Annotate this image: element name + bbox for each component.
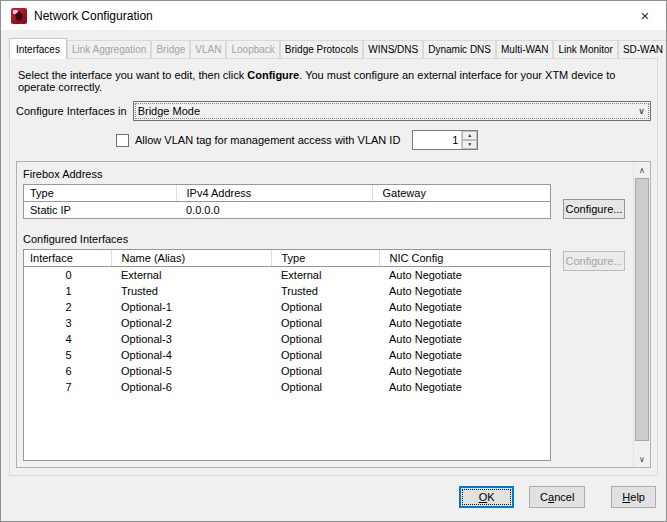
table-cell: 3 — [24, 315, 111, 331]
table-row[interactable]: 1TrustedTrustedAuto Negotiate — [24, 283, 550, 299]
tab-dynamic-dns[interactable]: Dynamic DNS — [423, 40, 496, 58]
column-header: Name (Alias) — [111, 250, 271, 267]
table-cell: Auto Negotiate — [379, 267, 550, 284]
interface-mode-value: Bridge Mode — [134, 105, 633, 117]
tab-bridge: Bridge — [151, 40, 190, 58]
table-cell: 2 — [24, 299, 111, 315]
column-header: Type — [24, 185, 176, 202]
table-cell: Auto Negotiate — [379, 283, 550, 299]
window-title: Network Configuration — [34, 9, 153, 23]
table-cell: 0.0.0.0 — [176, 202, 372, 219]
tab-bridge-protocols[interactable]: Bridge Protocols — [280, 40, 363, 58]
configure-mode-row: Configure Interfaces in Bridge Mode ∨ — [16, 101, 651, 121]
configured-interfaces-label: Configured Interfaces — [23, 233, 625, 245]
scrollbar-thumb[interactable] — [635, 178, 649, 441]
allow-vlan-tag-label: Allow VLAN tag for management access wit… — [135, 134, 400, 146]
arrow-down-icon: ▼ — [467, 142, 472, 147]
table-cell: Optional-1 — [111, 299, 271, 315]
scroll-group-content: Firebox Address TypeIPv4 AddressGateway … — [17, 162, 633, 467]
table-cell: Trusted — [271, 283, 379, 299]
table-row[interactable]: 0ExternalExternalAuto Negotiate — [24, 267, 550, 284]
interface-configure-button: Configure... — [563, 251, 625, 271]
table-cell: Optional — [271, 315, 379, 331]
table-row[interactable]: 7Optional-6OptionalAuto Negotiate — [24, 379, 550, 395]
network-configuration-dialog: Network Configuration × InterfacesLink A… — [0, 0, 667, 522]
tab-sd-wan[interactable]: SD-WAN — [618, 40, 667, 58]
cancel-button[interactable]: Cancel — [529, 486, 585, 508]
table-row[interactable]: Static IP0.0.0.0 — [24, 202, 550, 219]
interfaces-table-header: InterfaceName (Alias)TypeNIC Config — [24, 250, 550, 267]
table-cell: Optional — [271, 363, 379, 379]
tab-vlan: VLAN — [190, 40, 226, 58]
tab-link-aggregation: Link Aggregation — [67, 40, 152, 58]
table-cell: Optional — [271, 299, 379, 315]
ok-button[interactable]: OK — [459, 486, 514, 508]
table-cell: Auto Negotiate — [379, 363, 550, 379]
dialog-footer: OKCancelHelp — [1, 476, 666, 521]
interface-mode-select[interactable]: Bridge Mode ∨ — [133, 101, 651, 121]
tab-link-monitor[interactable]: Link Monitor — [553, 40, 617, 58]
tab-multi-wan[interactable]: Multi-WAN — [496, 40, 553, 58]
firebox-address-table: TypeIPv4 AddressGateway Static IP0.0.0.0 — [23, 184, 551, 219]
table-cell: 6 — [24, 363, 111, 379]
table-cell: Static IP — [24, 202, 176, 219]
allow-vlan-tag-checkbox[interactable] — [116, 134, 129, 147]
table-row[interactable]: 3Optional-2OptionalAuto Negotiate — [24, 315, 550, 331]
table-cell: Auto Negotiate — [379, 299, 550, 315]
table-cell: Auto Negotiate — [379, 315, 550, 331]
vlan-id-field[interactable]: 1 — [413, 131, 461, 149]
table-cell: 1 — [24, 283, 111, 299]
vlan-id-spinner: 1 ▲ ▼ — [412, 130, 478, 150]
scroll-up-button[interactable]: ∧ — [634, 162, 650, 178]
configure-interfaces-in-label: Configure Interfaces in — [16, 105, 127, 117]
tab-wins-dns[interactable]: WINS/DNS — [363, 40, 423, 58]
close-button[interactable]: × — [632, 4, 658, 28]
table-cell: Optional-2 — [111, 315, 271, 331]
table-cell: External — [271, 267, 379, 284]
table-cell: Optional-4 — [111, 347, 271, 363]
table-cell: External — [111, 267, 271, 284]
vlan-tag-row: Allow VLAN tag for management access wit… — [116, 130, 651, 150]
table-cell: Optional-6 — [111, 379, 271, 395]
table-row[interactable]: 6Optional-5OptionalAuto Negotiate — [24, 363, 550, 379]
column-header: Gateway — [372, 185, 550, 202]
vertical-scrollbar: ∧ ∨ — [633, 162, 650, 467]
instruction-text: Select the interface you want to edit, t… — [18, 69, 649, 93]
tab-loopback: Loopback — [226, 40, 279, 58]
help-button[interactable]: Help — [611, 486, 656, 508]
firebox-configure-button[interactable]: Configure... — [563, 199, 625, 219]
table-cell: Auto Negotiate — [379, 347, 550, 363]
firebox-address-label: Firebox Address — [23, 168, 625, 180]
table-cell: 7 — [24, 379, 111, 395]
spin-up-button[interactable]: ▲ — [462, 131, 477, 140]
column-header: IPv4 Address — [176, 185, 372, 202]
table-cell: Auto Negotiate — [379, 331, 550, 347]
table-cell: Trusted — [111, 283, 271, 299]
table-row[interactable]: 4Optional-3OptionalAuto Negotiate — [24, 331, 550, 347]
tab-interfaces[interactable]: Interfaces — [9, 38, 67, 59]
configured-interfaces-row: InterfaceName (Alias)TypeNIC Config 0Ext… — [23, 249, 625, 461]
titlebar: Network Configuration × — [1, 1, 666, 31]
table-cell: Optional — [271, 379, 379, 395]
close-icon: × — [641, 7, 650, 24]
firebox-table-header: TypeIPv4 AddressGateway — [24, 185, 550, 202]
column-header: Type — [271, 250, 379, 267]
table-cell: Optional — [271, 331, 379, 347]
arrow-up-icon: ▲ — [467, 133, 472, 138]
column-header: Interface — [24, 250, 111, 267]
table-row[interactable]: 2Optional-1OptionalAuto Negotiate — [24, 299, 550, 315]
app-icon — [11, 8, 27, 24]
interfaces-tab-panel: Select the interface you want to edit, t… — [9, 58, 658, 476]
table-row[interactable]: 5Optional-4OptionalAuto Negotiate — [24, 347, 550, 363]
table-cell: 4 — [24, 331, 111, 347]
firebox-address-row: TypeIPv4 AddressGateway Static IP0.0.0.0… — [23, 184, 625, 219]
scrollbar-track[interactable] — [635, 178, 649, 451]
spin-down-button[interactable]: ▼ — [462, 140, 477, 149]
scroll-down-icon: ∨ — [639, 455, 645, 464]
interfaces-scroll-group: Firebox Address TypeIPv4 AddressGateway … — [16, 161, 651, 468]
table-cell — [372, 202, 550, 219]
scroll-down-button[interactable]: ∨ — [634, 451, 650, 467]
firebox-configure-column: Configure... — [551, 184, 625, 219]
scroll-up-icon: ∧ — [639, 166, 645, 175]
table-cell: 0 — [24, 267, 111, 284]
